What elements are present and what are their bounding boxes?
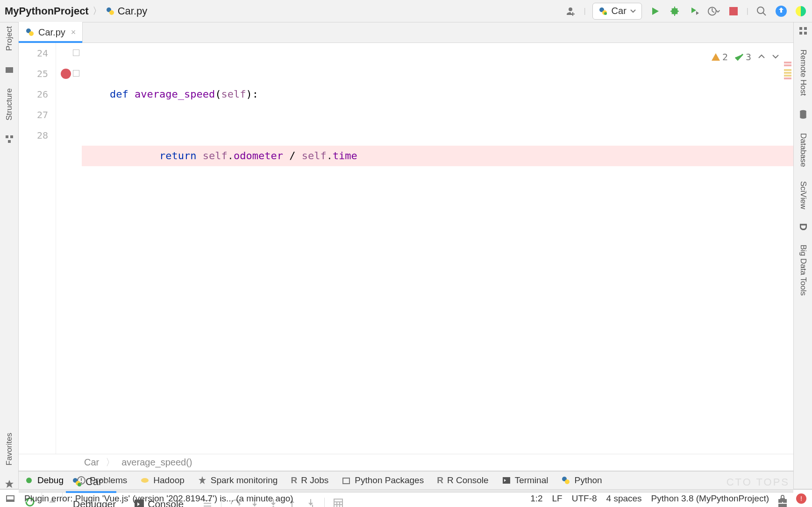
breadcrumb: MyPythonProject 〉 Car.py	[5, 5, 147, 17]
sync-icon[interactable]	[775, 5, 788, 18]
debug-session-tab[interactable]: Car ×	[66, 471, 116, 493]
close-icon[interactable]: ×	[106, 477, 111, 486]
bigdata-tool[interactable]: Big Data Tools	[798, 245, 808, 296]
chevron-down-icon[interactable]	[772, 47, 779, 67]
error-stripe[interactable]	[784, 48, 791, 141]
svg-rect-7	[729, 7, 738, 15]
close-icon[interactable]: ×	[71, 28, 76, 37]
ok-indicator[interactable]: 3	[734, 47, 751, 67]
svg-point-51	[565, 479, 570, 484]
lock-icon[interactable]	[778, 494, 787, 503]
interpreter[interactable]: Python 3.8 (MyPythonProject)	[651, 493, 769, 504]
tool-windows-icon[interactable]	[6, 494, 15, 503]
editor-tab[interactable]: Car.py ×	[19, 22, 83, 42]
code-text: self	[221, 88, 246, 100]
code-text: odometer	[234, 150, 283, 162]
context-method[interactable]: average_speed()	[121, 457, 192, 468]
svg-rect-60	[7, 500, 14, 501]
code-text: .	[228, 150, 234, 162]
coverage-button[interactable]	[688, 5, 701, 18]
code-text	[110, 150, 159, 162]
spark-tool-button[interactable]: Spark monitoring	[198, 475, 278, 486]
python-file-icon	[106, 7, 115, 16]
python-icon	[71, 477, 82, 487]
fold-toggle[interactable]	[73, 70, 79, 77]
package-icon	[342, 476, 351, 485]
breadcrumb-file-label: Car.py	[118, 5, 148, 17]
fold-toggle[interactable]	[73, 49, 79, 56]
svg-rect-53	[804, 27, 807, 30]
warnings-indicator[interactable]: 2	[711, 47, 728, 67]
line-separator[interactable]: LF	[552, 493, 563, 504]
svg-rect-54	[799, 32, 802, 35]
favorites-tool[interactable]: Favorites	[5, 433, 14, 465]
ide-logo-icon[interactable]	[794, 5, 807, 18]
project-tool[interactable]: Project	[5, 26, 14, 51]
error-badge[interactable]: !	[796, 493, 806, 504]
python-console-tool-button[interactable]: Python	[561, 475, 602, 486]
grid-icon[interactable]	[798, 26, 808, 35]
svg-rect-61	[780, 498, 785, 502]
ok-count: 3	[746, 47, 751, 67]
star-icon[interactable]	[5, 479, 14, 489]
breadcrumb-file[interactable]: Car.py	[106, 5, 148, 17]
python-icon	[561, 476, 570, 485]
svg-point-8	[757, 7, 764, 14]
svg-point-15	[29, 31, 34, 36]
project-name[interactable]: MyPythonProject	[5, 5, 89, 17]
add-config-icon[interactable]	[564, 5, 577, 18]
code-text: (	[215, 88, 221, 100]
bug-icon	[24, 476, 34, 485]
encoding[interactable]: UTF-8	[572, 493, 597, 504]
chevron-up-icon[interactable]	[758, 47, 765, 67]
hadoop-tool-button[interactable]: Hadoop	[140, 475, 185, 486]
code-text: self	[302, 150, 327, 162]
line-number: 26	[19, 84, 48, 105]
d-tool[interactable]: D	[797, 223, 809, 231]
svg-point-47	[141, 478, 149, 483]
profile-button[interactable]	[707, 5, 720, 18]
debugger-tab[interactable]: Debugger	[68, 493, 121, 507]
context-breadcrumb[interactable]: Car 〉 average_speed()	[19, 454, 793, 471]
debug-tool-button[interactable]: Debug	[24, 475, 64, 486]
svg-point-4	[604, 12, 607, 15]
python-file-icon	[25, 28, 35, 37]
editor-tab-label: Car.py	[38, 27, 65, 38]
code-editor[interactable]: def average_speed(self): return self.odo…	[82, 43, 793, 454]
rjobs-tool-button[interactable]: RR Jobs	[291, 475, 328, 486]
debug-button[interactable]	[668, 5, 681, 18]
run-button[interactable]	[648, 5, 662, 18]
line-number: 27	[19, 105, 48, 125]
indent[interactable]: 4 spaces	[606, 493, 642, 504]
gutter[interactable]: 24 25 26 27 28	[19, 43, 56, 454]
svg-rect-11	[6, 135, 8, 138]
structure-tool[interactable]: Structure	[5, 88, 14, 120]
rconsole-tool-button[interactable]: RR Console	[437, 475, 488, 486]
code-text: return	[159, 150, 203, 162]
stop-button[interactable]	[727, 5, 740, 18]
svg-rect-49	[503, 477, 510, 484]
console-tab[interactable]: Console	[130, 493, 188, 507]
code-text: self	[203, 150, 228, 162]
context-class[interactable]: Car	[84, 457, 99, 468]
r-icon: R	[437, 475, 443, 486]
terminal-icon	[502, 476, 511, 485]
svg-rect-13	[8, 140, 11, 143]
debug-session-label: Car	[85, 476, 102, 488]
line-number: 25	[19, 63, 48, 84]
structure-icon[interactable]	[5, 134, 14, 144]
code-text: .	[327, 150, 333, 162]
python-packages-tool-button[interactable]: Python Packages	[342, 475, 424, 486]
svg-rect-12	[10, 135, 13, 138]
svg-point-18	[78, 483, 81, 486]
folder-icon[interactable]	[5, 65, 14, 74]
breakpoint-icon[interactable]	[61, 69, 71, 79]
search-icon[interactable]	[755, 5, 768, 18]
svg-rect-48	[343, 478, 349, 484]
code-text: time	[333, 150, 357, 162]
run-config-selector[interactable]: Car	[592, 3, 642, 20]
terminal-tool-button[interactable]: Terminal	[502, 475, 548, 486]
console-icon	[135, 500, 144, 507]
hadoop-icon	[140, 476, 150, 485]
caret-position[interactable]: 1:2	[530, 493, 542, 504]
